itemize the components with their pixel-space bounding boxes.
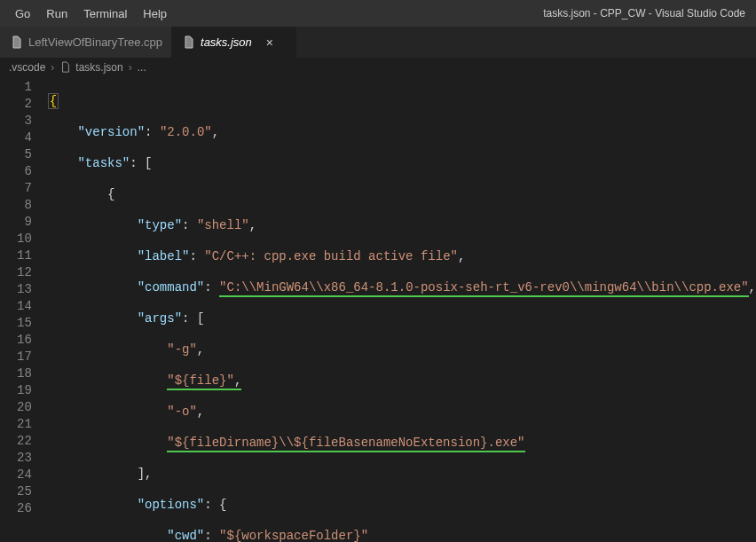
line-numbers: 1234567891011121314151617181920212223242… (0, 77, 48, 542)
tab-tasks-json[interactable]: tasks.json × (172, 27, 296, 58)
breadcrumb-item[interactable]: .vscode (9, 61, 45, 74)
breadcrumb-item[interactable]: ... (138, 61, 146, 74)
menu-go[interactable]: Go (7, 0, 38, 27)
chevron-right-icon: › (49, 61, 56, 74)
menu-terminal[interactable]: Terminal (75, 0, 135, 27)
window-title: tasks.json - CPP_CW - Visual Studio Code (543, 7, 745, 20)
file-icon (183, 35, 195, 50)
tab-label: LeftViewOfBinaryTree.cpp (28, 35, 162, 49)
breadcrumb: .vscode › tasks.json › ... (0, 58, 756, 77)
tab-leftview[interactable]: LeftViewOfBinaryTree.cpp (0, 27, 172, 58)
file-icon (59, 60, 72, 75)
editor[interactable]: 1234567891011121314151617181920212223242… (0, 77, 756, 542)
breadcrumb-item[interactable]: tasks.json (75, 61, 122, 74)
code-content[interactable]: { "version": "2.0.0", "tasks": [ { "type… (48, 77, 756, 542)
chevron-right-icon: › (127, 61, 134, 74)
menu-help[interactable]: Help (135, 0, 175, 27)
file-icon (11, 35, 23, 50)
close-icon[interactable]: × (263, 35, 277, 50)
menu-run[interactable]: Run (38, 0, 75, 27)
menu-bar: Go Run Terminal Help tasks.json - CPP_CW… (0, 0, 756, 27)
tabs-bar: LeftViewOfBinaryTree.cpp tasks.json × (0, 27, 756, 58)
tab-label: tasks.json (201, 35, 252, 49)
